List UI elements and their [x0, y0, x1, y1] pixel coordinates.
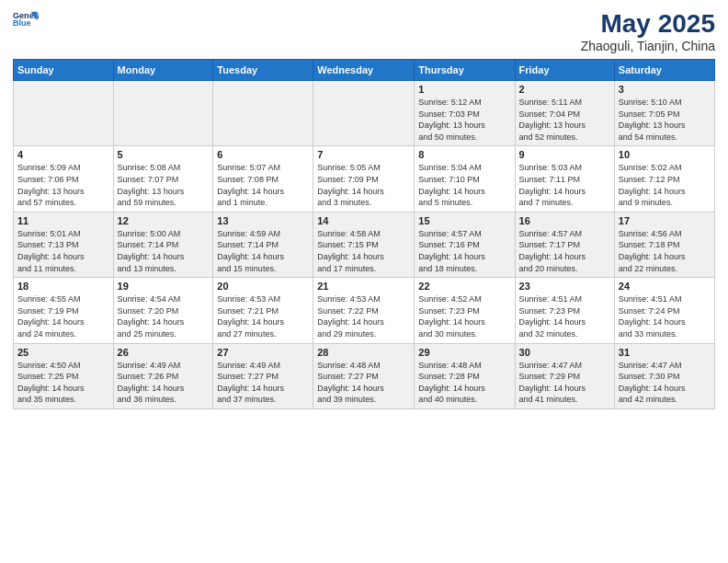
day-number: 2 — [519, 84, 610, 95]
calendar-cell: 25Sunrise: 4:50 AM Sunset: 7:25 PM Dayli… — [14, 343, 114, 408]
day-info: Sunrise: 4:48 AM Sunset: 7:28 PM Dayligh… — [418, 360, 510, 406]
day-header-tuesday: Tuesday — [213, 60, 313, 81]
calendar-cell: 7Sunrise: 5:05 AM Sunset: 7:09 PM Daylig… — [313, 146, 415, 212]
day-info: Sunrise: 4:49 AM Sunset: 7:27 PM Dayligh… — [217, 360, 309, 406]
calendar-cell: 21Sunrise: 4:53 AM Sunset: 7:22 PM Dayli… — [313, 278, 415, 343]
day-number: 6 — [217, 149, 309, 160]
calendar-cell: 3Sunrise: 5:10 AM Sunset: 7:05 PM Daylig… — [614, 81, 714, 146]
day-info: Sunrise: 4:48 AM Sunset: 7:27 PM Dayligh… — [317, 360, 410, 406]
day-info: Sunrise: 4:50 AM Sunset: 7:25 PM Dayligh… — [17, 360, 109, 406]
day-number: 24 — [619, 281, 711, 292]
day-header-monday: Monday — [113, 60, 213, 81]
day-number: 30 — [519, 347, 610, 358]
calendar-week-row: 18Sunrise: 4:55 AM Sunset: 7:19 PM Dayli… — [14, 278, 715, 343]
day-info: Sunrise: 4:54 AM Sunset: 7:20 PM Dayligh… — [118, 293, 210, 339]
day-number: 28 — [317, 347, 410, 358]
calendar-week-row: 11Sunrise: 5:01 AM Sunset: 7:13 PM Dayli… — [14, 212, 715, 277]
day-number: 26 — [118, 347, 210, 358]
day-info: Sunrise: 4:59 AM Sunset: 7:14 PM Dayligh… — [217, 228, 309, 274]
day-info: Sunrise: 5:04 AM Sunset: 7:10 PM Dayligh… — [418, 162, 510, 208]
calendar-cell: 8Sunrise: 5:04 AM Sunset: 7:10 PM Daylig… — [415, 146, 515, 212]
day-info: Sunrise: 5:02 AM Sunset: 7:12 PM Dayligh… — [619, 162, 711, 208]
calendar-week-row: 4Sunrise: 5:09 AM Sunset: 7:06 PM Daylig… — [14, 146, 715, 212]
day-number: 27 — [217, 347, 309, 358]
day-info: Sunrise: 5:07 AM Sunset: 7:08 PM Dayligh… — [217, 162, 309, 208]
day-info: Sunrise: 4:58 AM Sunset: 7:15 PM Dayligh… — [317, 228, 410, 274]
calendar-cell — [113, 81, 213, 146]
day-number: 25 — [17, 347, 109, 358]
day-number: 7 — [317, 149, 410, 160]
calendar-header-row: SundayMondayTuesdayWednesdayThursdayFrid… — [14, 60, 715, 81]
calendar-cell: 9Sunrise: 5:03 AM Sunset: 7:11 PM Daylig… — [515, 146, 614, 212]
day-number: 9 — [519, 149, 610, 160]
calendar-cell: 13Sunrise: 4:59 AM Sunset: 7:14 PM Dayli… — [213, 212, 313, 277]
day-info: Sunrise: 4:51 AM Sunset: 7:24 PM Dayligh… — [619, 293, 711, 339]
subtitle: Zhaoguli, Tianjin, China — [581, 39, 715, 53]
day-number: 15 — [418, 215, 510, 226]
calendar-week-row: 1Sunrise: 5:12 AM Sunset: 7:03 PM Daylig… — [14, 81, 715, 146]
calendar-cell: 4Sunrise: 5:09 AM Sunset: 7:06 PM Daylig… — [14, 146, 114, 212]
day-info: Sunrise: 4:55 AM Sunset: 7:19 PM Dayligh… — [17, 293, 109, 339]
day-number: 11 — [17, 215, 109, 226]
day-info: Sunrise: 4:47 AM Sunset: 7:30 PM Dayligh… — [619, 360, 711, 406]
day-info: Sunrise: 5:05 AM Sunset: 7:09 PM Dayligh… — [317, 162, 410, 208]
day-info: Sunrise: 4:49 AM Sunset: 7:26 PM Dayligh… — [118, 360, 210, 406]
day-info: Sunrise: 4:56 AM Sunset: 7:18 PM Dayligh… — [619, 228, 711, 274]
calendar-cell: 11Sunrise: 5:01 AM Sunset: 7:13 PM Dayli… — [14, 212, 114, 277]
day-number: 19 — [118, 281, 210, 292]
day-info: Sunrise: 4:53 AM Sunset: 7:21 PM Dayligh… — [217, 293, 309, 339]
calendar-cell: 2Sunrise: 5:11 AM Sunset: 7:04 PM Daylig… — [515, 81, 614, 146]
day-header-friday: Friday — [515, 60, 614, 81]
calendar-cell: 15Sunrise: 4:57 AM Sunset: 7:16 PM Dayli… — [415, 212, 515, 277]
day-info: Sunrise: 4:52 AM Sunset: 7:23 PM Dayligh… — [418, 293, 510, 339]
calendar-cell: 19Sunrise: 4:54 AM Sunset: 7:20 PM Dayli… — [113, 278, 213, 343]
header: General Blue May 2025 Zhaoguli, Tianjin,… — [13, 9, 715, 53]
logo-icon: General Blue — [13, 9, 39, 35]
calendar-cell: 1Sunrise: 5:12 AM Sunset: 7:03 PM Daylig… — [415, 81, 515, 146]
calendar-cell: 6Sunrise: 5:07 AM Sunset: 7:08 PM Daylig… — [213, 146, 313, 212]
calendar: SundayMondayTuesdayWednesdayThursdayFrid… — [13, 59, 715, 409]
day-number: 3 — [619, 84, 711, 95]
logo: General Blue — [13, 9, 39, 35]
calendar-cell: 26Sunrise: 4:49 AM Sunset: 7:26 PM Dayli… — [113, 343, 213, 408]
title-area: May 2025 Zhaoguli, Tianjin, China — [581, 9, 715, 53]
day-header-sunday: Sunday — [14, 60, 114, 81]
day-info: Sunrise: 5:09 AM Sunset: 7:06 PM Dayligh… — [17, 162, 109, 208]
calendar-cell: 12Sunrise: 5:00 AM Sunset: 7:14 PM Dayli… — [113, 212, 213, 277]
calendar-cell: 18Sunrise: 4:55 AM Sunset: 7:19 PM Dayli… — [14, 278, 114, 343]
day-info: Sunrise: 4:57 AM Sunset: 7:16 PM Dayligh… — [418, 228, 510, 274]
calendar-cell: 24Sunrise: 4:51 AM Sunset: 7:24 PM Dayli… — [614, 278, 714, 343]
day-number: 22 — [418, 281, 510, 292]
day-number: 20 — [217, 281, 309, 292]
day-header-saturday: Saturday — [614, 60, 714, 81]
main-title: May 2025 — [581, 9, 715, 39]
day-info: Sunrise: 4:53 AM Sunset: 7:22 PM Dayligh… — [317, 293, 410, 339]
day-info: Sunrise: 5:08 AM Sunset: 7:07 PM Dayligh… — [118, 162, 210, 208]
day-number: 1 — [418, 84, 510, 95]
svg-text:Blue: Blue — [13, 18, 31, 28]
page: General Blue May 2025 Zhaoguli, Tianjin,… — [0, 0, 728, 563]
calendar-cell: 23Sunrise: 4:51 AM Sunset: 7:23 PM Dayli… — [515, 278, 614, 343]
day-header-wednesday: Wednesday — [313, 60, 415, 81]
day-number: 17 — [619, 215, 711, 226]
calendar-cell — [313, 81, 415, 146]
day-info: Sunrise: 5:01 AM Sunset: 7:13 PM Dayligh… — [17, 228, 109, 274]
day-info: Sunrise: 5:11 AM Sunset: 7:04 PM Dayligh… — [519, 97, 610, 143]
calendar-cell: 10Sunrise: 5:02 AM Sunset: 7:12 PM Dayli… — [614, 146, 714, 212]
day-number: 18 — [17, 281, 109, 292]
day-info: Sunrise: 4:51 AM Sunset: 7:23 PM Dayligh… — [519, 293, 610, 339]
calendar-cell — [213, 81, 313, 146]
calendar-cell: 14Sunrise: 4:58 AM Sunset: 7:15 PM Dayli… — [313, 212, 415, 277]
day-header-thursday: Thursday — [415, 60, 515, 81]
day-number: 31 — [619, 347, 711, 358]
calendar-cell: 29Sunrise: 4:48 AM Sunset: 7:28 PM Dayli… — [415, 343, 515, 408]
calendar-cell: 30Sunrise: 4:47 AM Sunset: 7:29 PM Dayli… — [515, 343, 614, 408]
calendar-cell — [14, 81, 114, 146]
calendar-cell: 28Sunrise: 4:48 AM Sunset: 7:27 PM Dayli… — [313, 343, 415, 408]
day-info: Sunrise: 4:57 AM Sunset: 7:17 PM Dayligh… — [519, 228, 610, 274]
calendar-cell: 5Sunrise: 5:08 AM Sunset: 7:07 PM Daylig… — [113, 146, 213, 212]
day-number: 12 — [118, 215, 210, 226]
calendar-cell: 22Sunrise: 4:52 AM Sunset: 7:23 PM Dayli… — [415, 278, 515, 343]
calendar-cell: 17Sunrise: 4:56 AM Sunset: 7:18 PM Dayli… — [614, 212, 714, 277]
day-info: Sunrise: 5:10 AM Sunset: 7:05 PM Dayligh… — [619, 97, 711, 143]
